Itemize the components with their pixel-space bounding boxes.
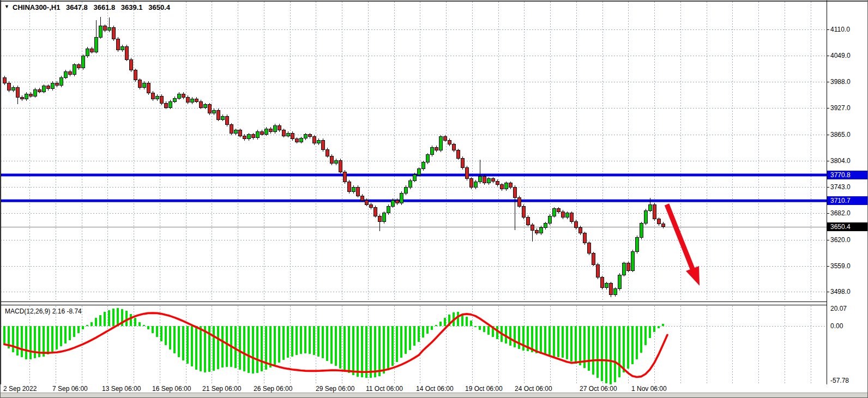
- macd-histogram-bar: [352, 326, 354, 375]
- macd-histogram-bar: [330, 326, 333, 363]
- macd-histogram-bar: [562, 326, 564, 358]
- candle-body: [269, 129, 273, 132]
- macd-histogram-bar: [248, 326, 250, 373]
- candle-body: [579, 228, 582, 233]
- time-tick-label: 24 Oct 06:00: [515, 385, 552, 393]
- candle-body: [631, 252, 635, 271]
- macd-histogram-bar: [226, 326, 228, 367]
- trend-arrow-shaft[interactable]: [667, 204, 692, 269]
- candle-body: [566, 213, 569, 218]
- time-tick-label: 27 Oct 06:00: [580, 385, 617, 393]
- candle-body: [287, 134, 290, 136]
- time-tick-label: 19 Oct 06:00: [465, 385, 503, 393]
- macd-histogram-bar: [73, 326, 75, 337]
- candle-body: [479, 176, 482, 182]
- macd-histogram-bar: [243, 326, 245, 371]
- candle-body: [86, 49, 89, 56]
- macd-indicator-label: MACD(12,26,9) 2.16 -8.74: [5, 307, 82, 315]
- macd-histogram-bar: [82, 326, 84, 329]
- candle-body: [492, 179, 495, 182]
- macd-histogram-bar: [134, 318, 136, 326]
- macd-min-label: -57.78: [830, 377, 849, 385]
- macd-histogram-bar: [614, 326, 616, 382]
- candle-body: [169, 101, 172, 107]
- candle-body: [248, 135, 251, 139]
- candle-body: [143, 83, 146, 87]
- hline-price-label: 3770.8: [827, 171, 868, 179]
- candle-body: [575, 222, 578, 228]
- candle-body: [644, 210, 648, 224]
- time-tick-label: 21 Sep 06:00: [202, 385, 241, 393]
- candle-body: [252, 135, 255, 138]
- chart-canvas[interactable]: [1, 1, 868, 398]
- macd-histogram-bar: [662, 324, 664, 326]
- candle-body: [326, 149, 329, 156]
- candle-body: [25, 94, 28, 99]
- candle-body: [156, 96, 159, 99]
- horizontal-line-object[interactable]: [1, 200, 827, 202]
- candle-body: [99, 26, 103, 37]
- candle-body: [317, 140, 321, 143]
- macd-histogram-bar: [282, 326, 285, 360]
- macd-histogram-bar: [383, 326, 385, 373]
- macd-histogram-bar: [365, 326, 367, 378]
- candle-body: [562, 212, 565, 217]
- macd-histogram-bar: [579, 326, 581, 365]
- candle-body: [378, 216, 382, 221]
- macd-histogram-bar: [548, 326, 551, 355]
- macd-histogram-bar: [431, 326, 433, 329]
- macd-histogram-bar: [426, 326, 429, 334]
- candle-body: [147, 83, 150, 93]
- time-tick-label: 13 Sep 06:00: [102, 385, 141, 393]
- candle-body: [509, 183, 513, 188]
- time-tick-label: 26 Sep 06:00: [254, 385, 292, 393]
- candle-body: [226, 116, 229, 125]
- time-axis[interactable]: 2 Sep 20227 Sep 06:0013 Sep 06:0016 Sep …: [1, 384, 868, 393]
- macd-histogram-bar: [186, 326, 189, 363]
- candle-body: [505, 183, 508, 189]
- candle-body: [278, 125, 281, 130]
- window-bottom-strip: [1, 393, 868, 398]
- trend-arrow-head[interactable]: [686, 266, 700, 286]
- candle-body: [653, 204, 656, 219]
- candle-body: [12, 87, 15, 91]
- candle-body: [405, 188, 408, 194]
- candle-body: [108, 27, 111, 31]
- candle-body: [413, 174, 417, 180]
- macd-histogram-bar: [91, 322, 93, 326]
- macd-histogram-bar: [56, 326, 58, 349]
- macd-histogram-bar: [361, 326, 363, 377]
- candle-body: [21, 97, 24, 99]
- candle-body: [313, 137, 316, 143]
- candle-body: [601, 278, 604, 288]
- candle-body: [422, 162, 425, 169]
- macd-histogram-bar: [182, 326, 184, 360]
- macd-histogram-bar: [370, 326, 372, 378]
- candle-body: [592, 254, 595, 264]
- candle-body: [518, 197, 521, 206]
- candle-body: [191, 99, 194, 102]
- macd-histogram-bar: [117, 308, 119, 326]
- macd-histogram-bar: [261, 326, 263, 371]
- candle-body: [291, 134, 294, 139]
- price-tick-label: 3498.0: [830, 288, 851, 296]
- symbol-dropdown-icon[interactable]: ▼: [4, 4, 9, 9]
- macd-histogram-bar: [343, 326, 346, 371]
- candle-body: [531, 225, 534, 230]
- macd-histogram-bar: [278, 326, 280, 363]
- candle-body: [426, 155, 430, 162]
- macd-histogram-bar: [64, 326, 67, 343]
- macd-histogram-bar: [160, 326, 162, 341]
- candle-body: [640, 224, 643, 238]
- candle-body: [658, 219, 661, 224]
- candle-body: [91, 49, 94, 52]
- candle-body: [173, 98, 177, 101]
- candle-body: [296, 139, 299, 142]
- macd-histogram-bar: [239, 326, 241, 370]
- macd-histogram-bar: [575, 326, 577, 363]
- macd-histogram-bar: [405, 326, 407, 354]
- candle-body: [121, 47, 124, 50]
- ohlc-high: 3661.8: [93, 3, 115, 11]
- candle-body: [623, 263, 626, 275]
- candle-body: [557, 209, 560, 212]
